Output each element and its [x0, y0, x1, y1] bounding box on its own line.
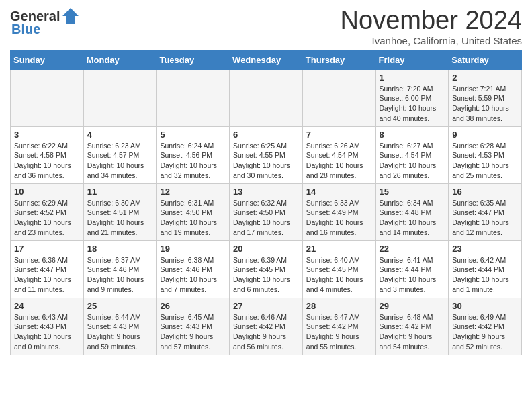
day-detail: Sunrise: 6:33 AM Sunset: 4:49 PM Dayligh…: [306, 198, 372, 238]
day-number: 23: [452, 244, 518, 254]
day-number: 10: [14, 187, 80, 197]
day-detail: Sunrise: 6:36 AM Sunset: 4:47 PM Dayligh…: [14, 255, 80, 295]
col-friday: Friday: [375, 50, 449, 69]
day-number: 22: [380, 244, 445, 254]
calendar-week-1: 1Sunrise: 7:20 AM Sunset: 6:00 PM Daylig…: [11, 69, 522, 126]
calendar-week-3: 10Sunrise: 6:29 AM Sunset: 4:52 PM Dayli…: [11, 183, 522, 240]
day-number: 7: [306, 130, 372, 140]
calendar-cell: 17Sunrise: 6:36 AM Sunset: 4:47 PM Dayli…: [11, 240, 84, 298]
page-container: General Blue November 2024 Ivanhoe, Cali…: [0, 0, 532, 362]
day-number: 5: [160, 130, 226, 140]
day-number: 2: [452, 73, 518, 83]
day-number: 18: [87, 244, 153, 254]
calendar-cell: 6Sunrise: 6:25 AM Sunset: 4:55 PM Daylig…: [230, 126, 303, 183]
day-detail: Sunrise: 7:21 AM Sunset: 5:59 PM Dayligh…: [452, 84, 518, 124]
col-thursday: Thursday: [302, 50, 375, 69]
calendar-cell: 3Sunrise: 6:22 AM Sunset: 4:58 PM Daylig…: [11, 126, 84, 183]
col-sunday: Sunday: [11, 50, 84, 69]
calendar-cell: 16Sunrise: 6:35 AM Sunset: 4:47 PM Dayli…: [449, 183, 522, 240]
day-detail: Sunrise: 6:48 AM Sunset: 4:42 PM Dayligh…: [380, 312, 445, 352]
day-detail: Sunrise: 6:31 AM Sunset: 4:50 PM Dayligh…: [160, 198, 226, 238]
day-detail: Sunrise: 6:45 AM Sunset: 4:43 PM Dayligh…: [160, 312, 226, 352]
calendar-cell: 7Sunrise: 6:26 AM Sunset: 4:54 PM Daylig…: [302, 126, 375, 183]
calendar-cell: 8Sunrise: 6:27 AM Sunset: 4:54 PM Daylig…: [375, 126, 449, 183]
day-detail: Sunrise: 6:42 AM Sunset: 4:44 PM Dayligh…: [452, 255, 518, 295]
calendar-cell: 22Sunrise: 6:41 AM Sunset: 4:44 PM Dayli…: [375, 240, 449, 298]
day-number: 20: [233, 244, 299, 254]
day-detail: Sunrise: 6:23 AM Sunset: 4:57 PM Dayligh…: [87, 141, 153, 181]
day-number: 4: [87, 130, 153, 140]
calendar-cell: 21Sunrise: 6:40 AM Sunset: 4:45 PM Dayli…: [302, 240, 375, 298]
day-number: 29: [380, 301, 445, 311]
day-detail: Sunrise: 6:38 AM Sunset: 4:46 PM Dayligh…: [160, 255, 226, 295]
day-number: 24: [14, 301, 80, 311]
day-detail: Sunrise: 6:46 AM Sunset: 4:42 PM Dayligh…: [233, 312, 299, 352]
day-number: 17: [14, 244, 80, 254]
calendar-cell: 26Sunrise: 6:45 AM Sunset: 4:43 PM Dayli…: [157, 298, 230, 355]
day-detail: Sunrise: 6:26 AM Sunset: 4:54 PM Dayligh…: [306, 141, 372, 181]
day-detail: Sunrise: 6:34 AM Sunset: 4:48 PM Dayligh…: [380, 198, 445, 238]
calendar-cell: [11, 69, 84, 126]
logo-blue: Blue: [11, 21, 40, 37]
day-detail: Sunrise: 6:25 AM Sunset: 4:55 PM Dayligh…: [233, 141, 299, 181]
day-detail: Sunrise: 6:41 AM Sunset: 4:44 PM Dayligh…: [380, 255, 445, 295]
col-wednesday: Wednesday: [230, 50, 303, 69]
calendar-cell: 10Sunrise: 6:29 AM Sunset: 4:52 PM Dayli…: [11, 183, 84, 240]
day-detail: Sunrise: 6:24 AM Sunset: 4:56 PM Dayligh…: [160, 141, 226, 181]
day-number: 25: [87, 301, 153, 311]
day-number: 11: [87, 187, 153, 197]
calendar-week-5: 24Sunrise: 6:43 AM Sunset: 4:43 PM Dayli…: [11, 298, 522, 355]
calendar-cell: 15Sunrise: 6:34 AM Sunset: 4:48 PM Dayli…: [375, 183, 449, 240]
calendar-cell: 30Sunrise: 6:49 AM Sunset: 4:42 PM Dayli…: [449, 298, 522, 355]
day-number: 28: [306, 301, 372, 311]
calendar-cell: 4Sunrise: 6:23 AM Sunset: 4:57 PM Daylig…: [83, 126, 157, 183]
day-number: 6: [233, 130, 299, 140]
day-detail: Sunrise: 6:47 AM Sunset: 4:42 PM Dayligh…: [306, 312, 372, 352]
svg-marker-0: [62, 8, 79, 24]
day-detail: Sunrise: 6:28 AM Sunset: 4:53 PM Dayligh…: [452, 141, 518, 181]
calendar-table: Sunday Monday Tuesday Wednesday Thursday…: [10, 50, 522, 355]
month-title: November 2024: [341, 7, 522, 35]
day-number: 9: [452, 130, 518, 140]
calendar-cell: 19Sunrise: 6:38 AM Sunset: 4:46 PM Dayli…: [157, 240, 230, 298]
calendar-cell: 2Sunrise: 7:21 AM Sunset: 5:59 PM Daylig…: [449, 69, 522, 126]
day-detail: Sunrise: 6:27 AM Sunset: 4:54 PM Dayligh…: [380, 141, 445, 181]
day-detail: Sunrise: 7:20 AM Sunset: 6:00 PM Dayligh…: [380, 84, 445, 124]
calendar-cell: 14Sunrise: 6:33 AM Sunset: 4:49 PM Dayli…: [302, 183, 375, 240]
day-number: 12: [160, 187, 226, 197]
calendar-cell: 23Sunrise: 6:42 AM Sunset: 4:44 PM Dayli…: [449, 240, 522, 298]
calendar-cell: 27Sunrise: 6:46 AM Sunset: 4:42 PM Dayli…: [230, 298, 303, 355]
day-number: 13: [233, 187, 299, 197]
day-number: 30: [452, 301, 518, 311]
day-number: 8: [380, 130, 445, 140]
calendar-cell: 24Sunrise: 6:43 AM Sunset: 4:43 PM Dayli…: [11, 298, 84, 355]
title-block: November 2024 Ivanhoe, California, Unite…: [341, 7, 522, 46]
calendar-cell: 1Sunrise: 7:20 AM Sunset: 6:00 PM Daylig…: [375, 69, 449, 126]
day-number: 27: [233, 301, 299, 311]
header: General Blue November 2024 Ivanhoe, Cali…: [10, 7, 522, 46]
calendar-cell: 29Sunrise: 6:48 AM Sunset: 4:42 PM Dayli…: [375, 298, 449, 355]
day-number: 16: [452, 187, 518, 197]
calendar-cell: [302, 69, 375, 126]
day-number: 26: [160, 301, 226, 311]
day-number: 14: [306, 187, 372, 197]
logo: General Blue: [10, 7, 80, 37]
col-monday: Monday: [83, 50, 157, 69]
calendar-cell: 13Sunrise: 6:32 AM Sunset: 4:50 PM Dayli…: [230, 183, 303, 240]
col-tuesday: Tuesday: [157, 50, 230, 69]
day-detail: Sunrise: 6:49 AM Sunset: 4:42 PM Dayligh…: [452, 312, 518, 352]
day-detail: Sunrise: 6:37 AM Sunset: 4:46 PM Dayligh…: [87, 255, 153, 295]
calendar-cell: 5Sunrise: 6:24 AM Sunset: 4:56 PM Daylig…: [157, 126, 230, 183]
calendar-cell: 11Sunrise: 6:30 AM Sunset: 4:51 PM Dayli…: [83, 183, 157, 240]
calendar-cell: [230, 69, 303, 126]
day-number: 3: [14, 130, 80, 140]
calendar-cell: 25Sunrise: 6:44 AM Sunset: 4:43 PM Dayli…: [83, 298, 157, 355]
calendar-header-row: Sunday Monday Tuesday Wednesday Thursday…: [11, 50, 522, 69]
calendar-cell: 20Sunrise: 6:39 AM Sunset: 4:45 PM Dayli…: [230, 240, 303, 298]
day-detail: Sunrise: 6:35 AM Sunset: 4:47 PM Dayligh…: [452, 198, 518, 238]
calendar-week-4: 17Sunrise: 6:36 AM Sunset: 4:47 PM Dayli…: [11, 240, 522, 298]
day-number: 1: [380, 73, 445, 83]
day-detail: Sunrise: 6:43 AM Sunset: 4:43 PM Dayligh…: [14, 312, 80, 352]
calendar-cell: 12Sunrise: 6:31 AM Sunset: 4:50 PM Dayli…: [157, 183, 230, 240]
day-number: 19: [160, 244, 226, 254]
